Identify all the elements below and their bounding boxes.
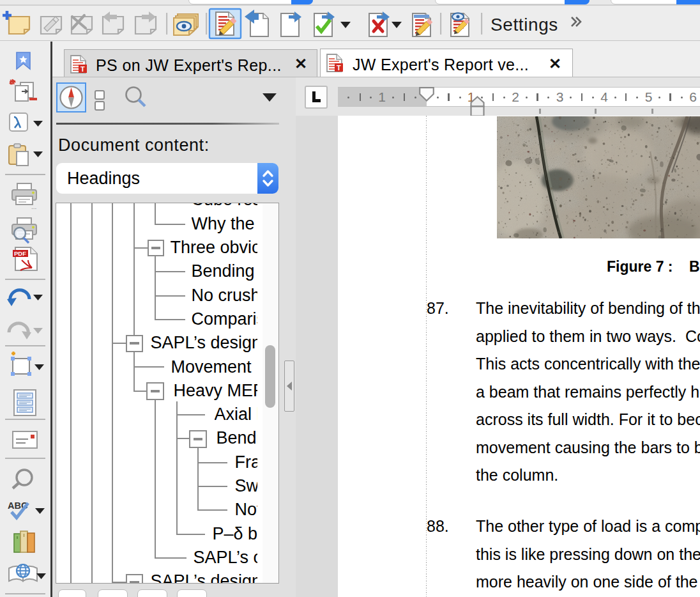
svg-text:T: T xyxy=(337,64,341,72)
svg-text:...: ... xyxy=(31,203,36,210)
svg-text:T: T xyxy=(80,65,85,73)
svg-text:PDF: PDF xyxy=(14,250,26,257)
